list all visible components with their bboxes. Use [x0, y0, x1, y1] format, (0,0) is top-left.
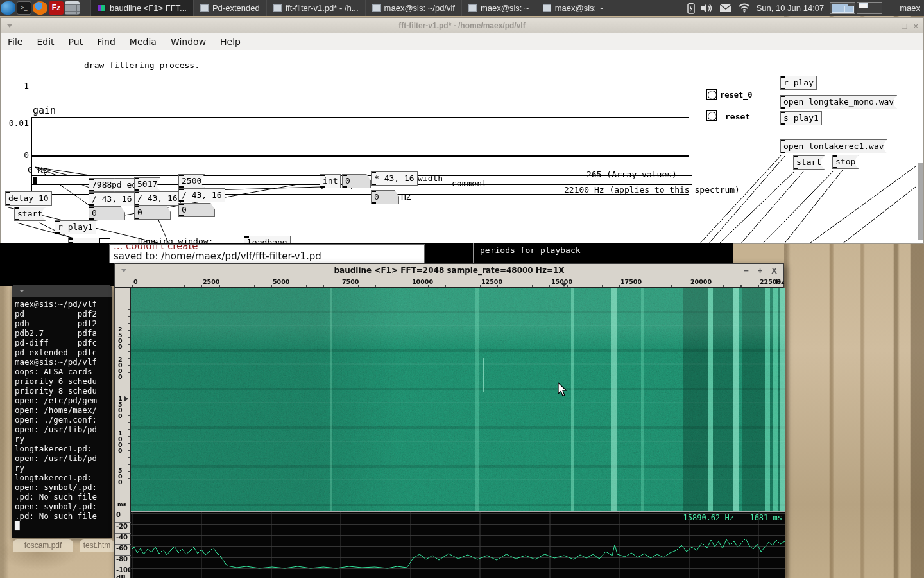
battery-icon[interactable] — [687, 3, 695, 14]
background-tab-foscam[interactable]: foscam.pdf — [13, 539, 73, 552]
freq-tick: 0 — [133, 278, 138, 285]
maximize-icon[interactable]: + — [758, 266, 763, 276]
spectrum-analyzer[interactable]: 15890.62 Hz 1681 ms — [131, 511, 785, 578]
pd-object-r-play1[interactable]: r play1 — [55, 220, 96, 234]
label-reset0: reset_0 — [720, 91, 753, 100]
time-axis[interactable]: 2500 2000 1500 1000 500 ms — [115, 288, 131, 511]
menu-help[interactable]: Help — [213, 37, 248, 47]
pd-bang-reset0[interactable] — [706, 89, 717, 100]
pd-number-5[interactable]: 0 — [371, 190, 399, 204]
pd-object-delay-10[interactable]: delay 10 — [5, 191, 52, 206]
volume-icon[interactable] — [701, 3, 714, 13]
scrollbar-thumb[interactable] — [918, 163, 923, 240]
maximize-icon[interactable]: □ — [902, 21, 907, 31]
pd-vertical-scrollbar[interactable] — [916, 50, 923, 243]
workspace-1[interactable] — [830, 2, 855, 14]
menu-file[interactable]: File — [1, 37, 30, 47]
frequency-marker-icon[interactable] — [561, 283, 567, 287]
slider-knob[interactable] — [33, 177, 37, 184]
top-panel: >_ Fz baudline <F1> FFT... Pd-extended f… — [0, 0, 924, 16]
time-marker-icon[interactable] — [124, 396, 128, 402]
taskbar-item-label: maex@sis: ~/pd/vlf — [384, 3, 455, 13]
pd-message-start-left[interactable]: start — [14, 207, 46, 221]
taskbar-item-terminal-home2[interactable]: maex@sis: ~ — [536, 0, 610, 16]
window-icon — [200, 4, 209, 12]
panel-username: maex — [900, 3, 920, 13]
pd-message-7988[interactable]: 7988 — [89, 178, 115, 192]
app-logo-icon[interactable] — [1, 1, 15, 15]
spectrogram-bright-dash — [483, 358, 484, 392]
menu-media[interactable]: Media — [123, 37, 164, 47]
pd-titlebar[interactable]: fft-filter-v1.pd* - /home/maex/pd/vlf − … — [1, 18, 923, 33]
menu-put[interactable]: Put — [62, 37, 90, 47]
window-icon — [372, 4, 381, 12]
spectrogram-vertical-features — [131, 288, 785, 511]
minimize-icon[interactable]: − — [744, 266, 749, 276]
firefox-icon[interactable] — [33, 1, 47, 15]
pd-object-div-3[interactable]: / 43, 16 — [178, 188, 225, 202]
time-tick: 2500 — [118, 326, 124, 349]
time-tick: 1000 — [118, 430, 124, 453]
pd-message-open-rec[interactable]: open lontakerec1.wav — [780, 139, 887, 153]
pd-number-3[interactable]: 0 — [178, 203, 215, 217]
pd-console-window[interactable]: ... couldn't create saved to: /home/maex… — [109, 244, 425, 263]
terminal-icon[interactable]: >_ — [17, 1, 31, 15]
pd-message-open-mono[interactable]: open longtake_mono.wav — [780, 95, 897, 109]
pd-message-5017[interactable]: 5017 — [134, 177, 160, 191]
db-axis[interactable]: 0 -20 -40 -60 -80 -100 dB — [115, 511, 131, 578]
pd-window-title: fft-filter-v1.pd* - /home/maex/pd/vlf — [1, 21, 923, 30]
mail-icon[interactable] — [719, 4, 732, 13]
panel-clock[interactable]: Sun, 10 Jun 14:07 — [757, 3, 825, 13]
pd-object-div-1[interactable]: / 43, 16 — [89, 192, 135, 206]
freq-tick: 7500 — [342, 278, 359, 285]
freq-tick: 12500 — [481, 278, 502, 285]
comment-width: width — [418, 173, 443, 183]
minimize-icon[interactable]: − — [891, 21, 896, 31]
pd-message-2500[interactable]: 2500 — [178, 174, 205, 188]
pd-number-2[interactable]: 0 — [134, 206, 171, 220]
pd-patch-window: fft-filter-v1.pd* - /home/maex/pd/vlf − … — [0, 17, 924, 244]
terminal-titlebar[interactable] — [12, 285, 112, 297]
window-shade-icon[interactable] — [19, 290, 24, 292]
baudline-window-icon — [98, 4, 106, 12]
pd-object-mul[interactable]: * 43, 16 — [371, 171, 418, 186]
filezilla-icon[interactable]: Fz — [49, 1, 64, 15]
taskbar-item-fft-filter[interactable]: fft-filter-v1.pd* - /h... — [266, 0, 365, 16]
pd-canvas[interactable]: draw filtering process. gain 1 0.01 0 0 … — [1, 50, 916, 243]
taskbar-item-terminal-home1[interactable]: maex@sis: ~ — [461, 0, 536, 16]
freq-tick: 2500 — [203, 278, 219, 285]
close-icon[interactable]: × — [913, 21, 918, 31]
terminal-body[interactable]: maex@sis:~/pd/vlf pd pdf2 pdb pdf2 pdb2.… — [12, 297, 112, 530]
background-tab-test[interactable]: test.htm — [80, 539, 114, 552]
terminal-window[interactable]: maex@sis:~/pd/vlf pd pdf2 pdb pdf2 pdb2.… — [12, 285, 112, 538]
freq-tick: 17500 — [620, 278, 642, 285]
gain-array-trace[interactable] — [31, 155, 689, 157]
taskbar-item-baudline[interactable]: baudline <F1> FFT... — [90, 0, 193, 16]
taskbar-item-terminal-pdvlf[interactable]: maex@sis: ~/pd/vlf — [365, 0, 461, 16]
workspace-pager[interactable] — [830, 2, 882, 14]
taskbar-item-label: Pd-extended — [212, 3, 260, 13]
spectrogram[interactable] — [131, 288, 785, 511]
pd-message-stop[interactable]: stop — [832, 155, 859, 169]
menu-window[interactable]: Window — [164, 37, 213, 47]
pd-object-s-play1[interactable]: s play1 — [780, 111, 822, 125]
pd-number-4[interactable]: 0 — [342, 174, 371, 188]
workspace-2[interactable] — [857, 2, 882, 14]
pd-object-r-play[interactable]: r play — [780, 76, 817, 90]
pd-object-div-2[interactable]: / 43, 16 — [134, 191, 181, 206]
close-icon[interactable]: X — [771, 266, 777, 276]
pd-bang-reset[interactable] — [706, 110, 717, 121]
menu-edit[interactable]: Edit — [30, 37, 61, 47]
pager-window — [844, 6, 854, 13]
calculator-icon[interactable] — [65, 1, 80, 15]
pd-message-start-right[interactable]: start — [793, 155, 825, 170]
wifi-icon[interactable] — [738, 3, 751, 13]
freq-tick: 5000 — [273, 278, 289, 285]
pd-object-int[interactable]: int — [320, 174, 341, 188]
menu-find[interactable]: Find — [90, 37, 123, 47]
frequency-ruler[interactable]: 0 2500 5000 7500 10000 12500 15000 17500… — [115, 277, 783, 288]
comment-spectrum-note: 22100 Hz (applies to this spectrum) — [564, 185, 740, 195]
pd-number-1[interactable]: 0 — [89, 206, 125, 220]
taskbar-item-pd-extended[interactable]: Pd-extended — [193, 0, 266, 16]
baudline-titlebar[interactable]: baudline <F1> FFT=2048 sample_rate=48000… — [115, 264, 783, 277]
